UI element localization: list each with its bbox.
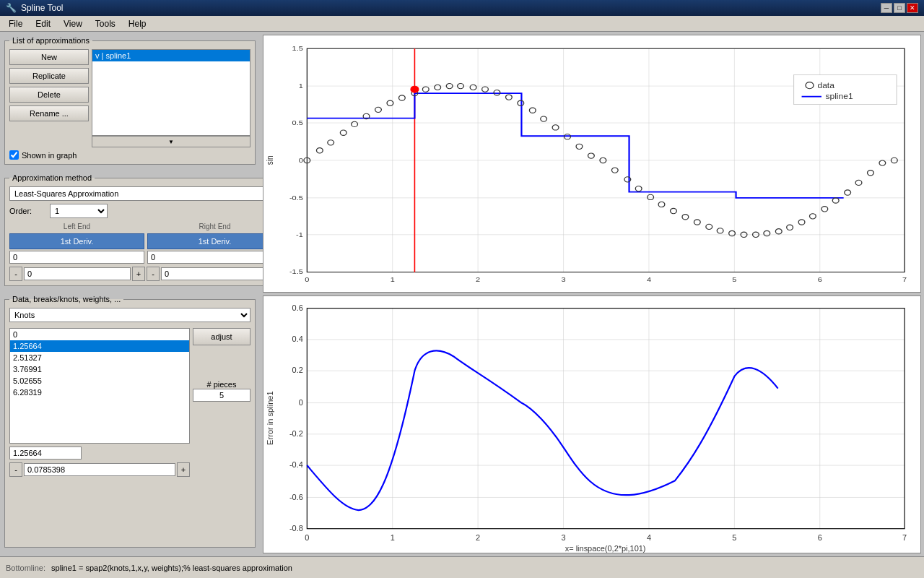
- knot-step-input[interactable]: [24, 463, 175, 476]
- approximations-listbox[interactable]: v | spline1: [92, 49, 250, 136]
- right-panel: 1.5 1 0.5 0 -0.5 -1 -1.5 0 1 2 3 4 5 6 7…: [260, 32, 924, 556]
- left-step-minus[interactable]: -: [9, 267, 22, 281]
- approximations-list-wrapper: v | spline1 ▼: [92, 49, 250, 147]
- listbox-scrollbar-down[interactable]: ▼: [92, 136, 250, 147]
- knot-item-2[interactable]: 2.51327: [10, 352, 189, 363]
- svg-text:1.5: 1.5: [292, 45, 304, 52]
- method-legend: Approximation method: [9, 173, 95, 182]
- bottom-chart: 0.6 0.4 0.2 0 -0.2 -0.4 -0.6 -0.8 0 1 2 …: [263, 296, 921, 553]
- left-step-plus[interactable]: +: [132, 267, 145, 281]
- title-bar-controls: ─ □ ✕: [881, 3, 918, 13]
- left-panel: List of approximations New Replicate Del…: [0, 32, 260, 556]
- knot-item-1[interactable]: 1.25664: [10, 340, 189, 352]
- close-button[interactable]: ✕: [907, 3, 918, 13]
- new-button[interactable]: New: [9, 49, 89, 65]
- knot-item-4[interactable]: 5.02655: [10, 375, 189, 387]
- svg-text:0: 0: [305, 533, 309, 542]
- right-step-input[interactable]: [161, 267, 268, 280]
- end-inputs-row: [9, 251, 282, 264]
- svg-text:4: 4: [647, 533, 651, 542]
- svg-text:7: 7: [902, 276, 907, 283]
- knot-step-plus[interactable]: +: [177, 462, 190, 477]
- svg-text:-1.5: -1.5: [289, 268, 303, 275]
- svg-text:0: 0: [299, 398, 303, 407]
- svg-text:7: 7: [902, 533, 907, 542]
- svg-text:sin: sin: [265, 156, 274, 165]
- svg-text:-0.4: -0.4: [289, 460, 303, 469]
- approximations-legend: List of approximations: [9, 36, 92, 45]
- pieces-block: # pieces: [193, 377, 250, 402]
- adjust-button[interactable]: adjust: [193, 328, 250, 345]
- status-bar: Bottomline: spline1 = spap2(knots,1,x,y,…: [0, 556, 924, 578]
- data-section: Data, breaks/knots, weights, ... Knots D…: [4, 295, 256, 548]
- knot-value-row: [9, 447, 190, 460]
- svg-text:3: 3: [561, 276, 566, 283]
- svg-text:-0.2: -0.2: [289, 429, 303, 438]
- steppers-row: - + - +: [9, 267, 282, 281]
- data-type-dropdown[interactable]: Knots Data Breaks Weights: [9, 308, 250, 322]
- svg-rect-91: [263, 296, 920, 553]
- svg-text:-0.5: -0.5: [289, 194, 303, 201]
- left-end-button[interactable]: 1st Deriv.: [9, 233, 144, 249]
- svg-text:spline1: spline1: [825, 92, 853, 100]
- svg-text:0.6: 0.6: [292, 303, 303, 312]
- list-item-spline1[interactable]: v | spline1: [92, 50, 250, 61]
- svg-text:5: 5: [732, 276, 737, 283]
- menu-view[interactable]: View: [58, 17, 88, 30]
- right-step-minus[interactable]: -: [147, 267, 160, 281]
- menu-file[interactable]: File: [3, 17, 28, 30]
- title-bar: 🔧 Spline Tool ─ □ ✕: [0, 0, 924, 16]
- svg-text:x= linspace(0,2*pi,101): x= linspace(0,2*pi,101): [565, 544, 646, 553]
- knots-controls-col: adjust # pieces: [193, 325, 250, 477]
- app-title: Spline Tool: [21, 3, 64, 13]
- svg-text:0: 0: [305, 276, 310, 283]
- svg-text:1: 1: [299, 82, 304, 90]
- svg-text:2: 2: [476, 276, 481, 283]
- svg-text:data: data: [817, 82, 834, 90]
- svg-text:-0.8: -0.8: [289, 524, 303, 532]
- shown-in-graph-label: Shown in graph: [22, 151, 77, 160]
- approximations-list-container: New Replicate Delete Rename ... v | spli…: [9, 49, 250, 147]
- svg-text:5: 5: [732, 533, 736, 542]
- menu-edit[interactable]: Edit: [30, 17, 56, 30]
- approximations-section: List of approximations New Replicate Del…: [4, 36, 256, 165]
- rename-button[interactable]: Rename ...: [9, 105, 89, 121]
- svg-text:2: 2: [476, 533, 480, 542]
- left-end-input[interactable]: [9, 251, 144, 264]
- end-labels-row: Left End Right End: [9, 223, 282, 230]
- order-label: Order:: [9, 207, 45, 215]
- app-icon: 🔧: [6, 3, 17, 13]
- knots-row: 0 1.25664 2.51327 3.76991 5.02655 6.2831…: [9, 325, 250, 477]
- svg-text:0.2: 0.2: [292, 366, 303, 374]
- svg-text:1: 1: [391, 533, 395, 542]
- menu-bar: File Edit View Tools Help: [0, 16, 924, 32]
- shown-in-graph-checkbox[interactable]: [9, 150, 19, 160]
- knot-value-input[interactable]: [9, 447, 82, 460]
- svg-text:0: 0: [299, 157, 304, 164]
- replicate-button[interactable]: Replicate: [9, 68, 89, 84]
- knot-step-minus[interactable]: -: [9, 462, 22, 477]
- pieces-input[interactable]: [193, 389, 250, 402]
- delete-button[interactable]: Delete: [9, 87, 89, 103]
- svg-text:6: 6: [818, 533, 822, 542]
- knots-listbox[interactable]: 0 1.25664 2.51327 3.76991 5.02655 6.2831…: [9, 328, 190, 444]
- approximations-buttons: New Replicate Delete Rename ...: [9, 49, 89, 147]
- order-dropdown[interactable]: 1 2 3 4: [50, 204, 108, 218]
- menu-help[interactable]: Help: [123, 17, 152, 30]
- bottomline-label: Bottomline:: [6, 564, 45, 572]
- title-bar-left: 🔧 Spline Tool: [6, 3, 64, 13]
- left-step-input[interactable]: [24, 267, 131, 280]
- svg-text:6: 6: [818, 276, 823, 283]
- menu-tools[interactable]: Tools: [90, 17, 121, 30]
- minimize-button[interactable]: ─: [881, 3, 892, 13]
- knot-item-5[interactable]: 6.28319: [10, 387, 189, 398]
- knot-item-0[interactable]: 0: [10, 329, 189, 340]
- method-dropdown[interactable]: Least-Squares Approximation Cubic Spline…: [9, 186, 282, 201]
- data-legend: Data, breaks/knots, weights, ...: [9, 295, 123, 303]
- svg-text:1: 1: [391, 276, 396, 283]
- svg-text:Error in spline1: Error in spline1: [266, 391, 274, 445]
- top-chart-svg: 1.5 1 0.5 0 -0.5 -1 -1.5 0 1 2 3 4 5 6 7…: [263, 35, 920, 292]
- maximize-button[interactable]: □: [894, 3, 905, 13]
- bottomline-value: spline1 = spap2(knots,1,x,y, weights);% …: [51, 564, 292, 572]
- knot-item-3[interactable]: 3.76991: [10, 363, 189, 375]
